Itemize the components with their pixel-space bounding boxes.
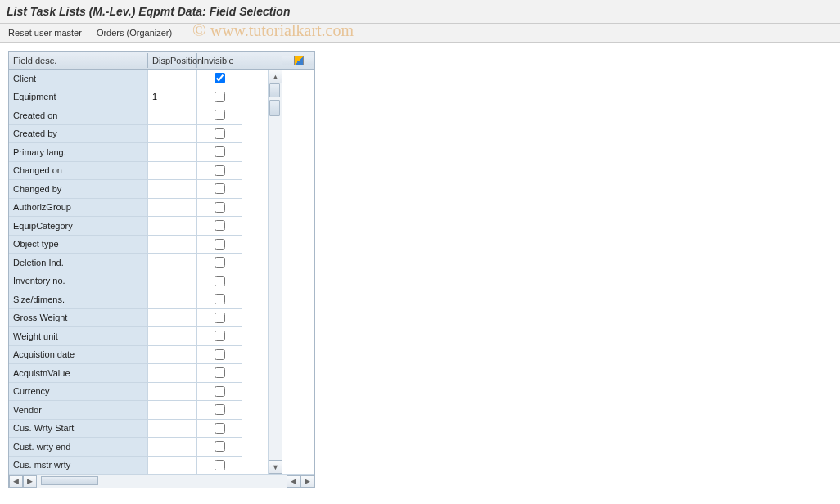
vertical-scroll-track[interactable]: [269, 83, 282, 460]
field-desc-cell[interactable]: Currency: [9, 383, 148, 401]
vertical-scrollbar[interactable]: ▲ ▼: [268, 70, 282, 474]
field-desc-cell[interactable]: Inventory no.: [9, 272, 148, 290]
field-desc-cell[interactable]: Changed by: [9, 180, 148, 198]
disp-position-cell[interactable]: [148, 346, 197, 364]
disp-position-cell[interactable]: [148, 327, 197, 345]
field-desc-cell[interactable]: EquipCategory: [9, 217, 148, 235]
disp-position-cell[interactable]: [148, 199, 197, 217]
disp-position-cell[interactable]: [148, 457, 197, 475]
invisible-checkbox[interactable]: [215, 386, 225, 397]
scroll-left-end-icon[interactable]: ◀: [287, 475, 300, 488]
disp-position-cell[interactable]: [148, 290, 197, 308]
field-desc-cell[interactable]: Created by: [9, 125, 148, 143]
table-row: Changed on: [9, 162, 242, 181]
invisible-checkbox[interactable]: [215, 441, 225, 452]
field-desc-cell[interactable]: Created on: [9, 106, 148, 124]
field-desc-cell[interactable]: Weight unit: [9, 327, 148, 345]
invisible-checkbox[interactable]: [215, 404, 225, 415]
vertical-scroll-thumb-secondary[interactable]: [269, 100, 280, 116]
table-config-button[interactable]: [282, 56, 314, 65]
horizontal-scroll-track[interactable]: [37, 475, 287, 488]
disp-position-cell[interactable]: [148, 143, 197, 161]
disp-position-cell[interactable]: [148, 383, 197, 401]
invisible-checkbox[interactable]: [215, 257, 225, 268]
invisible-checkbox[interactable]: [215, 313, 225, 323]
field-desc-cell[interactable]: Vendor: [9, 401, 148, 419]
disp-position-cell[interactable]: [148, 364, 197, 382]
disp-position-cell[interactable]: [148, 106, 197, 124]
scroll-down-arrow-icon[interactable]: ▼: [269, 460, 282, 474]
field-desc-cell[interactable]: Object type: [9, 236, 148, 254]
invisible-cell: [197, 290, 242, 308]
field-desc-cell[interactable]: Cust. wrty end: [9, 438, 148, 456]
invisible-checkbox[interactable]: [215, 331, 225, 341]
disp-position-cell[interactable]: [148, 272, 197, 290]
col-header-invisible[interactable]: Invisible: [197, 53, 242, 68]
table-body: ClientEquipment1Created onCreated byPrim…: [9, 70, 242, 474]
reset-user-master-button[interactable]: Reset user master: [8, 28, 82, 38]
field-desc-cell[interactable]: Cus. Wrty Start: [9, 420, 148, 438]
disp-position-cell[interactable]: [148, 236, 197, 254]
invisible-checkbox[interactable]: [215, 128, 225, 139]
invisible-checkbox[interactable]: [215, 349, 225, 360]
invisible-checkbox[interactable]: [215, 146, 225, 157]
col-header-disp-position[interactable]: DispPosition: [148, 53, 197, 68]
field-desc-cell[interactable]: AcquistnValue: [9, 364, 148, 382]
disp-position-cell[interactable]: [148, 162, 197, 180]
field-desc-cell[interactable]: Deletion Ind.: [9, 254, 148, 272]
field-desc-cell[interactable]: Cus. mstr wrty: [9, 457, 148, 475]
disp-position-cell[interactable]: [148, 309, 197, 327]
disp-position-cell[interactable]: [148, 401, 197, 419]
table-row: Changed by: [9, 180, 242, 199]
disp-position-cell[interactable]: [148, 438, 197, 456]
invisible-cell: [197, 88, 242, 106]
invisible-checkbox[interactable]: [215, 202, 225, 213]
vertical-scroll-thumb[interactable]: [269, 83, 280, 97]
invisible-checkbox[interactable]: [215, 220, 225, 231]
invisible-cell: [197, 106, 242, 124]
invisible-checkbox[interactable]: [215, 423, 225, 434]
invisible-checkbox[interactable]: [215, 239, 225, 250]
invisible-checkbox[interactable]: [215, 73, 225, 83]
content-area: Field desc. DispPosition Invisible Clien…: [0, 43, 840, 497]
field-desc-cell[interactable]: Primary lang.: [9, 143, 148, 161]
field-desc-cell[interactable]: Size/dimens.: [9, 290, 148, 308]
scroll-right-step-icon[interactable]: ▶: [23, 475, 37, 488]
scroll-left-arrow-icon[interactable]: ◀: [9, 475, 23, 488]
invisible-cell: [197, 309, 242, 327]
table-row: Cus. Wrty Start: [9, 420, 242, 439]
toolbar: Reset user master Orders (Organizer): [0, 24, 840, 43]
disp-position-cell[interactable]: [148, 217, 197, 235]
invisible-checkbox[interactable]: [215, 276, 225, 286]
invisible-checkbox[interactable]: [215, 367, 225, 378]
col-header-field-desc[interactable]: Field desc.: [9, 53, 148, 68]
disp-position-cell[interactable]: 1: [148, 88, 197, 106]
disp-position-cell[interactable]: [148, 70, 197, 88]
field-desc-cell[interactable]: Changed on: [9, 162, 148, 180]
field-desc-cell[interactable]: Gross Weight: [9, 309, 148, 327]
invisible-checkbox[interactable]: [215, 294, 225, 304]
scroll-right-arrow-icon[interactable]: ▶: [300, 475, 314, 488]
orders-organizer-button[interactable]: Orders (Organizer): [97, 28, 172, 38]
field-desc-cell[interactable]: Equipment: [9, 88, 148, 106]
scroll-up-arrow-icon[interactable]: ▲: [269, 70, 282, 83]
field-desc-cell[interactable]: Acquistion date: [9, 346, 148, 364]
table-row: Cust. wrty end: [9, 438, 242, 457]
invisible-cell: [197, 254, 242, 272]
disp-position-cell[interactable]: [148, 254, 197, 272]
invisible-cell: [197, 327, 242, 345]
invisible-checkbox[interactable]: [215, 460, 225, 470]
disp-position-cell[interactable]: [148, 180, 197, 198]
disp-position-cell[interactable]: [148, 125, 197, 143]
disp-position-cell[interactable]: [148, 420, 197, 438]
horizontal-scroll-thumb[interactable]: [41, 476, 98, 485]
field-desc-cell[interactable]: Client: [9, 70, 148, 88]
invisible-checkbox[interactable]: [215, 110, 225, 120]
invisible-cell: [197, 457, 242, 475]
field-desc-cell[interactable]: AuthorizGroup: [9, 199, 148, 217]
invisible-cell: [197, 199, 242, 217]
invisible-checkbox[interactable]: [215, 165, 225, 176]
invisible-checkbox[interactable]: [215, 183, 225, 194]
invisible-checkbox[interactable]: [215, 92, 225, 102]
horizontal-scrollbar[interactable]: ◀ ▶ ◀ ▶: [9, 474, 314, 488]
